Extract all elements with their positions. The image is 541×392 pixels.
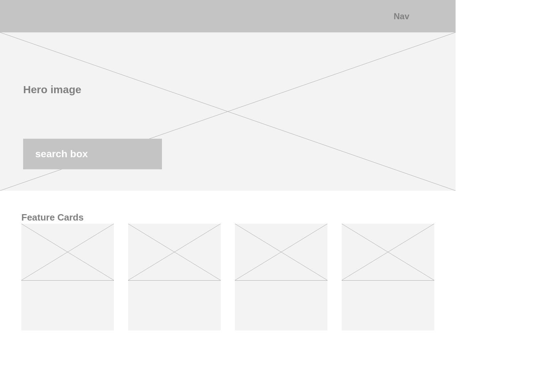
card-placeholder-cross-icon — [342, 224, 434, 280]
card-body — [128, 281, 221, 330]
search-box-label: search box — [35, 148, 88, 160]
feature-card[interactable] — [342, 224, 434, 330]
card-image-placeholder — [235, 224, 327, 281]
card-placeholder-cross-icon — [21, 224, 114, 280]
hero-image-placeholder: Hero image search box — [0, 32, 456, 191]
card-body — [342, 281, 434, 330]
card-body — [235, 281, 327, 330]
feature-card[interactable] — [21, 224, 114, 330]
features-title: Feature Cards — [21, 212, 434, 223]
feature-card[interactable] — [235, 224, 327, 330]
card-image-placeholder — [342, 224, 434, 281]
cards-row — [21, 224, 434, 330]
hero-label: Hero image — [23, 84, 81, 96]
card-image-placeholder — [128, 224, 221, 281]
card-placeholder-cross-icon — [128, 224, 221, 280]
features-section: Feature Cards — [0, 191, 456, 345]
card-placeholder-cross-icon — [235, 224, 327, 280]
card-image-placeholder — [21, 224, 114, 281]
card-body — [21, 281, 114, 330]
nav-label[interactable]: Nav — [394, 11, 409, 21]
feature-card[interactable] — [128, 224, 221, 330]
search-box[interactable]: search box — [23, 139, 162, 169]
navbar: Nav — [0, 0, 456, 32]
